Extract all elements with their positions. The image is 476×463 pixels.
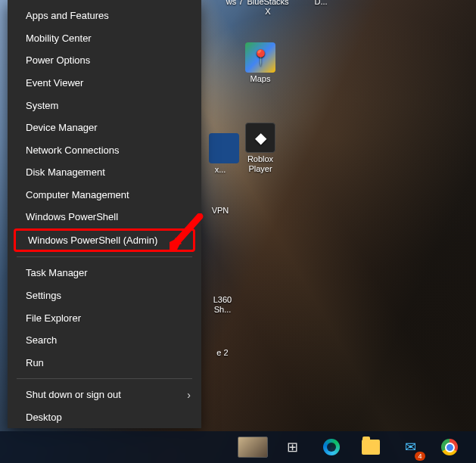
menu-item-label: Settings	[26, 290, 191, 301]
desktop-icon-label: BlueStacks X	[247, 0, 288, 16]
menu-item-label: Search	[26, 334, 191, 346]
menu-item-label: Power Options	[26, 54, 191, 66]
desktop-icon-label: x...	[215, 165, 226, 174]
taskbar: ⊞ ✉ 4	[0, 431, 476, 463]
menu-item-powershell-admin[interactable]: Windows PowerShell (Admin)	[14, 228, 195, 252]
desktop-icon[interactable]: x...	[209, 133, 232, 175]
winx-context-menu: Apps and Features Mobility Center Power …	[8, 0, 201, 428]
taskbar-thumbnail[interactable]	[235, 432, 271, 462]
menu-item-disk-management[interactable]: Disk Management	[8, 161, 201, 184]
menu-item-label: Network Connections	[26, 144, 191, 156]
taskbar-file-explorer[interactable]	[353, 432, 389, 462]
taskbar-mail[interactable]: ✉ 4	[392, 432, 428, 462]
menu-item-label: Disk Management	[26, 166, 191, 178]
menu-separator	[17, 378, 192, 379]
chrome-icon	[440, 438, 459, 456]
edge-icon	[322, 438, 341, 456]
desktop-icon-maps[interactable]: 📍 Maps	[238, 42, 283, 84]
window-thumbnail-icon	[238, 437, 268, 458]
desktop-icon-roblox[interactable]: ◆ Roblox Player	[238, 123, 283, 173]
menu-item-settings[interactable]: Settings	[8, 284, 201, 307]
menu-item-label: Mobility Center	[26, 33, 191, 44]
menu-item-task-manager[interactable]: Task Manager	[8, 262, 201, 284]
menu-separator	[17, 256, 192, 257]
menu-item-desktop[interactable]: Desktop	[8, 406, 201, 428]
menu-item-label: File Explorer	[26, 312, 191, 324]
menu-item-label: Device Manager	[26, 122, 191, 133]
menu-item-file-explorer[interactable]: File Explorer	[8, 306, 201, 329]
menu-item-shutdown-signout[interactable]: Shut down or sign out ›	[8, 384, 201, 406]
menu-item-label: Run	[26, 357, 191, 368]
menu-item-run[interactable]: Run	[8, 351, 201, 374]
menu-item-computer-management[interactable]: Computer Management	[8, 184, 201, 207]
desktop-icon-label: ws 7	[226, 0, 244, 6]
desktop-icon-label: Maps	[250, 74, 271, 83]
menu-item-network-connections[interactable]: Network Connections	[8, 138, 201, 161]
menu-item-device-manager[interactable]: Device Manager	[8, 117, 201, 139]
menu-item-system[interactable]: System	[8, 94, 201, 117]
desktop-icon-label: Roblox Player	[247, 154, 273, 173]
menu-item-label: System	[26, 100, 191, 111]
desktop-icon[interactable]: L360 Sh...	[206, 295, 239, 314]
app-icon	[209, 133, 239, 163]
menu-item-label: Computer Management	[26, 189, 191, 200]
taskbar-edge[interactable]	[313, 432, 350, 462]
menu-item-power-options[interactable]: Power Options	[8, 49, 201, 72]
desktop-icon-label: D...	[314, 0, 327, 6]
desktop-icon[interactable]: D...	[298, 0, 344, 7]
menu-item-label: Windows PowerShell (Admin)	[28, 235, 182, 246]
menu-item-label: Apps and Features	[26, 10, 191, 21]
desktop-icon-vpn[interactable]: VPN	[204, 206, 236, 216]
folder-icon	[362, 438, 380, 456]
desktop-icon-label: L360	[213, 295, 232, 304]
menu-item-label: Shut down or sign out	[26, 389, 187, 400]
desktop-icon-label: VPN	[212, 206, 229, 215]
desktop-icon[interactable]: e 2	[207, 348, 238, 358]
notification-badge: 4	[415, 452, 425, 461]
chevron-right-icon: ›	[187, 389, 191, 401]
menu-item-label: Event Viewer	[26, 77, 191, 89]
menu-item-label: Windows PowerShell	[26, 211, 191, 222]
desktop-icon-label: e 2	[216, 348, 228, 357]
roblox-icon: ◆	[245, 123, 275, 153]
task-view-icon: ⊞	[283, 438, 301, 456]
menu-item-label: Task Manager	[26, 267, 191, 278]
menu-item-apps-features[interactable]: Apps and Features	[8, 5, 201, 27]
menu-item-powershell[interactable]: Windows PowerShell	[8, 206, 201, 228]
map-pin-icon: 📍	[245, 42, 275, 73]
desktop-icon-label: Sh...	[214, 305, 232, 314]
taskbar-chrome[interactable]	[431, 432, 468, 462]
menu-item-search[interactable]: Search	[8, 329, 201, 352]
menu-item-event-viewer[interactable]: Event Viewer	[8, 72, 201, 95]
taskbar-task-view[interactable]: ⊞	[274, 432, 310, 462]
desktop-icon[interactable]: BlueStacks X	[245, 0, 291, 16]
menu-item-label: Desktop	[26, 412, 191, 423]
menu-item-mobility-center[interactable]: Mobility Center	[8, 27, 201, 50]
